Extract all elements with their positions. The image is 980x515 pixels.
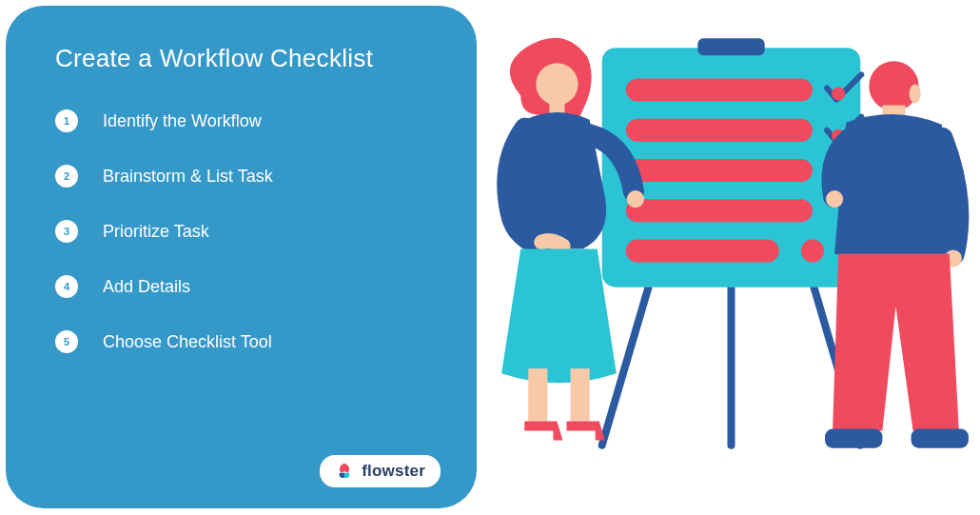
svg-point-18	[869, 61, 918, 110]
svg-rect-9	[626, 239, 779, 262]
steps-list: 1 Identify the Workflow 2 Brainstorm & L…	[55, 109, 431, 353]
step-4: 4 Add Details	[55, 275, 431, 298]
step-badge: 3	[55, 220, 78, 243]
svg-point-15	[627, 190, 644, 208]
svg-rect-4	[697, 38, 764, 55]
svg-rect-7	[626, 159, 813, 182]
step-label: Prioritize Task	[103, 222, 209, 242]
svg-point-11	[832, 87, 845, 100]
svg-point-19	[910, 84, 921, 103]
svg-rect-17	[571, 368, 590, 421]
svg-rect-5	[626, 78, 813, 101]
svg-rect-16	[528, 368, 547, 421]
card-title: Create a Workflow Checklist	[55, 44, 431, 73]
step-badge: 1	[55, 109, 78, 132]
svg-point-20	[826, 190, 843, 208]
svg-point-13	[536, 63, 578, 105]
svg-rect-8	[626, 199, 813, 222]
illustration	[482, 0, 980, 515]
svg-rect-24	[911, 429, 969, 448]
svg-rect-6	[626, 119, 813, 142]
svg-rect-23	[825, 429, 882, 448]
checklist-scene-icon	[482, 10, 980, 507]
brand-icon	[335, 462, 354, 481]
step-badge: 5	[55, 330, 78, 353]
step-label: Choose Checklist Tool	[103, 332, 272, 352]
step-2: 2 Brainstorm & List Task	[55, 165, 431, 188]
step-1: 1 Identify the Workflow	[55, 109, 431, 132]
brand-text: flowster	[362, 462, 425, 481]
step-badge: 2	[55, 165, 78, 188]
step-5: 5 Choose Checklist Tool	[55, 330, 431, 353]
svg-point-10	[801, 239, 824, 262]
step-3: 3 Prioritize Task	[55, 220, 431, 243]
brand-badge: flowster	[320, 455, 441, 487]
step-label: Identify the Workflow	[103, 111, 262, 131]
step-badge: 4	[55, 275, 78, 298]
step-label: Brainstorm & List Task	[103, 167, 273, 187]
workflow-card: Create a Workflow Checklist 1 Identify t…	[6, 6, 477, 508]
step-label: Add Details	[103, 277, 190, 297]
